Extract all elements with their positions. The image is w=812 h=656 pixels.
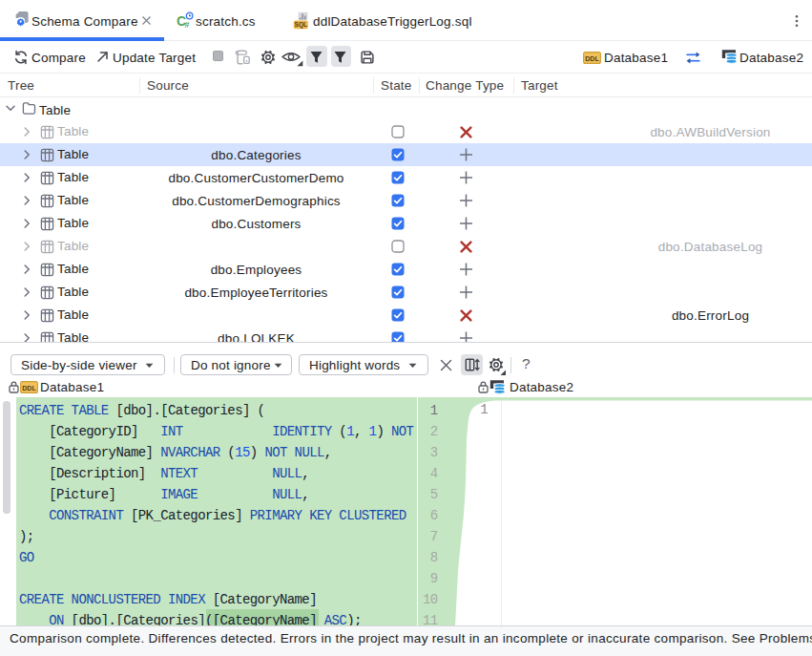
svg-text:SQL: SQL <box>295 21 307 29</box>
svg-text:#: # <box>185 20 190 29</box>
svg-text:DDL: DDL <box>22 385 36 391</box>
svg-text:DDL: DDL <box>585 55 599 62</box>
